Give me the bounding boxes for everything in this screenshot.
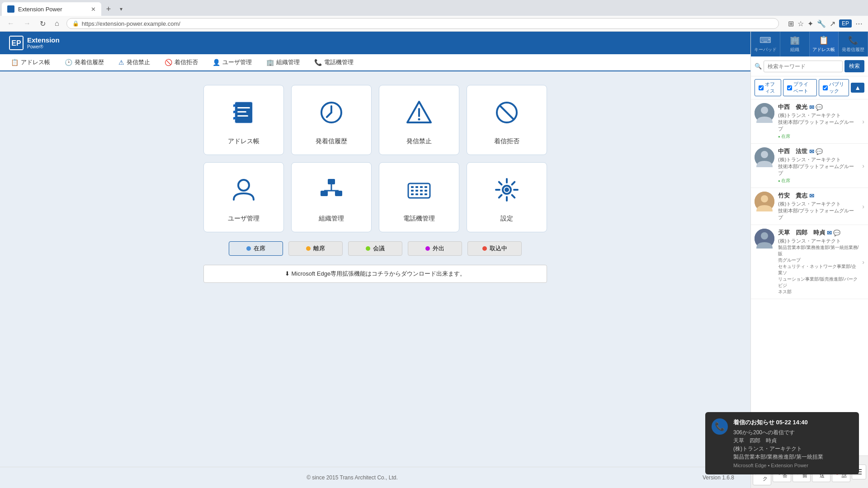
tab-org[interactable]: 🏢 組織	[780, 32, 810, 56]
read-mode-icon[interactable]: ⊞	[788, 19, 794, 28]
svg-rect-37	[425, 190, 427, 192]
contact-company-4: (株)トランス・アーキテクト	[778, 238, 859, 244]
card-call-block[interactable]: 発信禁止	[379, 85, 459, 155]
nav-item-phone[interactable]: 📞 電話機管理	[308, 56, 360, 69]
call-history-icon	[318, 99, 345, 132]
extensions-icon[interactable]: 🔧	[817, 19, 826, 28]
svg-rect-40	[420, 193, 423, 195]
tab-title: Extension Power	[18, 6, 62, 13]
status-away[interactable]: 離席	[288, 241, 343, 256]
status-2: 在席	[778, 178, 859, 184]
svg-rect-24	[321, 191, 328, 196]
status-bar: 在席 離席 会議 外出 取込中	[203, 241, 547, 256]
address-bar[interactable]: 🔒 https://extension-power.example.com/	[66, 18, 779, 29]
logo-text: Extension Power®	[27, 36, 60, 50]
forward-button[interactable]: →	[22, 18, 33, 29]
download-icon: ⬇	[285, 270, 290, 277]
status-meeting[interactable]: 会議	[348, 241, 402, 256]
extension-power-icon[interactable]: EP	[839, 19, 852, 28]
status-present[interactable]: 在席	[229, 241, 283, 256]
contact-nakanishi-toshimitsu[interactable]: 中西 俊光 ✉ 💬 (株)トランス・アーキテクト 技術本部/プラットフォームグル…	[751, 99, 868, 144]
nav-item-history[interactable]: 🕑 発着信履歴	[58, 56, 110, 69]
svg-point-22	[238, 180, 249, 191]
svg-point-49	[761, 195, 768, 202]
search-input[interactable]	[764, 61, 843, 72]
card-org-mgmt[interactable]: 組織管理	[291, 162, 372, 232]
contact-dept-1: 技術本部/プラットフォームグループ	[778, 119, 859, 132]
favorites-icon[interactable]: ☆	[797, 19, 804, 28]
nav-item-reject[interactable]: 🚫 着信拒否	[158, 56, 204, 69]
nav-item-blocked[interactable]: ⚠ 発信禁止	[112, 56, 156, 69]
reject-icon: 🚫	[165, 59, 172, 66]
email-icon-4[interactable]: ✉	[827, 230, 832, 236]
card-address-book[interactable]: アドレス帳	[203, 85, 284, 155]
card-user-mgmt[interactable]: ユーザ管理	[203, 162, 284, 232]
nav-item-org[interactable]: 🏢 組織管理	[260, 56, 306, 69]
back-button[interactable]: ←	[5, 18, 16, 29]
home-button[interactable]: ⌂	[53, 18, 61, 29]
email-icon-1[interactable]: ✉	[809, 104, 814, 111]
filter-private[interactable]: プライベート	[783, 79, 817, 96]
card-address-book-label: アドレス帳	[228, 137, 259, 145]
contact-nakanishi-noribumi[interactable]: 中西 法世 ✉ 💬 (株)トランス・アーキテクト 技術本部/プラットフォームグル…	[751, 144, 868, 188]
tab-menu-icon[interactable]: ▾	[116, 2, 127, 16]
card-call-history-label: 発着信履歴	[316, 137, 347, 145]
chat-icon-4[interactable]: 💬	[833, 230, 840, 236]
contact-company-3: (株)トランス・アーキテクト	[778, 201, 859, 207]
notif-caller-dept: 製品営業本部/業務推進部/第一統括業	[733, 453, 853, 461]
card-phone-mgmt-label: 電話機管理	[403, 215, 435, 223]
filter-office[interactable]: オフィス	[755, 79, 781, 96]
nav-item-users[interactable]: 👤 ユーザ管理	[206, 56, 258, 69]
content-area: アドレス帳 発着信履歴	[0, 71, 750, 467]
email-icon-2[interactable]: ✉	[809, 148, 814, 155]
nav-item-address[interactable]: 📋 アドレス帳	[5, 56, 57, 69]
svg-rect-30	[411, 186, 414, 188]
tab-close-icon[interactable]: ✕	[91, 6, 96, 13]
copyright: © since 2015 Trans Architect Co., Ltd.	[303, 471, 401, 484]
download-banner[interactable]: ⬇ Microsoft Edge専用拡張機能はコチラからダウンロード出来ます。	[203, 265, 547, 283]
user-mgmt-icon	[230, 176, 257, 209]
notif-content: 着信のお知らせ 05-22 14:40 306から200への着信です 天草 四郎…	[733, 418, 853, 468]
filter-public[interactable]: パブリック	[819, 79, 849, 96]
notif-sub1: 306から200への着信です	[733, 428, 853, 436]
chat-icon-1[interactable]: 💬	[816, 104, 823, 111]
svg-point-45	[761, 107, 768, 114]
phone-icon: 📞	[314, 59, 322, 66]
contact-info-4: 天草 四郎 時貞 ✉ 💬 (株)トランス・アーキテクト 製品営業本部/業務推進部…	[778, 229, 859, 295]
new-tab-button[interactable]: +	[101, 2, 116, 16]
settings-icon[interactable]: ⋯	[855, 19, 863, 28]
tab-calllog[interactable]: 📞 発着信履歴	[839, 32, 868, 56]
tab-keypad[interactable]: ⌨ キーパッド	[751, 32, 780, 56]
keypad-icon: ⌨	[760, 35, 771, 45]
contact-amakusa[interactable]: 天草 四郎 時貞 ✉ 💬 (株)トランス・アーキテクト 製品営業本部/業務推進部…	[751, 225, 868, 299]
chat-icon-2[interactable]: 💬	[816, 148, 823, 155]
svg-point-47	[761, 151, 768, 158]
contact-arrow-1: ›	[862, 118, 864, 125]
tab-address[interactable]: 📋 アドレス帳	[810, 32, 839, 56]
share-icon[interactable]: ↗	[830, 19, 835, 28]
avatar-3	[755, 192, 774, 211]
refresh-button[interactable]: ↻	[38, 18, 47, 30]
card-settings[interactable]: 設定	[467, 162, 547, 232]
calllog-icon: 📞	[848, 35, 858, 45]
email-icon-3[interactable]: ✉	[809, 192, 814, 199]
card-phone-mgmt[interactable]: 電話機管理	[379, 162, 459, 232]
card-call-history[interactable]: 発着信履歴	[291, 85, 372, 155]
card-call-reject-label: 着信拒否	[494, 137, 519, 145]
browser-tab[interactable]: Extension Power ✕	[2, 2, 101, 16]
status-out[interactable]: 外出	[408, 241, 462, 256]
svg-rect-8	[237, 111, 246, 113]
contact-arrow-3: ›	[862, 203, 864, 210]
svg-line-15	[327, 113, 331, 117]
contact-takeuchi[interactable]: 竹安 貴志 ✉ (株)トランス・アーキテクト 技術本部/プラットフォームグループ…	[751, 188, 868, 225]
status-busy[interactable]: 取込中	[467, 241, 522, 256]
card-call-reject[interactable]: 着信拒否	[467, 85, 547, 155]
contact-arrow-2: ›	[862, 162, 864, 169]
search-button[interactable]: 検索	[844, 60, 864, 72]
contact-info-3: 竹安 貴志 ✉ (株)トランス・アーキテクト 技術本部/プラットフォームグループ	[778, 192, 859, 221]
filter-expand-button[interactable]: ▲	[851, 83, 864, 93]
org-tab-icon: 🏢	[790, 35, 800, 45]
contact-name-4: 天草 四郎 時貞	[778, 229, 825, 237]
svg-line-21	[500, 106, 513, 119]
collections-icon[interactable]: ✦	[807, 19, 813, 28]
